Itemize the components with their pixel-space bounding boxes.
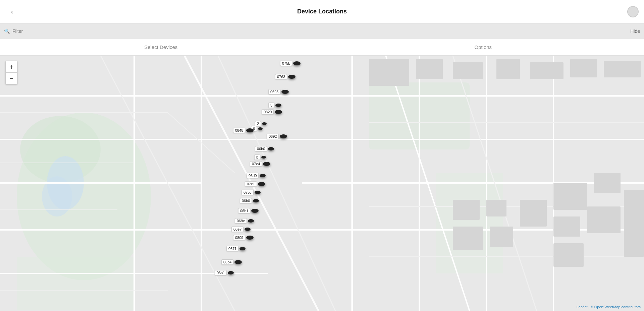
device-dot xyxy=(228,271,234,274)
filter-bar: 🔍 Hide xyxy=(0,23,644,39)
device-marker[interactable]: 2 xyxy=(255,121,267,126)
svg-rect-46 xyxy=(416,59,443,79)
device-marker[interactable]: 075b xyxy=(280,61,301,66)
device-dot xyxy=(258,182,265,186)
device-dot xyxy=(255,191,261,194)
back-button[interactable]: ‹ xyxy=(7,6,17,17)
map-attribution: Leaflet | © OpenStreetMap contributors xyxy=(577,305,641,309)
device-label: 06a1 xyxy=(215,270,227,275)
svg-rect-40 xyxy=(594,173,621,193)
device-marker[interactable]: 0692 xyxy=(267,134,287,139)
device-marker[interactable]: 0829 xyxy=(262,109,282,115)
device-dot xyxy=(263,162,270,166)
device-marker[interactable]: 0848 xyxy=(233,128,254,133)
device-dot xyxy=(258,127,263,130)
device-dot xyxy=(246,236,254,240)
svg-rect-42 xyxy=(587,206,621,233)
device-label: 06b0 xyxy=(240,198,252,203)
device-dot xyxy=(253,199,259,202)
device-label: 06e7 xyxy=(231,227,244,232)
svg-rect-50 xyxy=(570,59,597,77)
device-dot xyxy=(248,219,254,223)
svg-rect-38 xyxy=(520,200,547,227)
device-label: 06d0 xyxy=(247,173,259,178)
svg-rect-49 xyxy=(530,62,564,79)
device-marker[interactable]: 069e xyxy=(235,218,254,224)
device-label: 5 xyxy=(268,103,274,108)
device-label: 0848 xyxy=(233,128,245,133)
device-marker[interactable]: 06d0 xyxy=(247,173,266,178)
device-marker[interactable]: 06b0 xyxy=(255,146,274,151)
svg-rect-36 xyxy=(453,227,483,250)
device-dot xyxy=(275,110,282,114)
osm-link[interactable]: © OpenStreetMap contributors xyxy=(591,305,641,309)
svg-rect-35 xyxy=(486,200,506,216)
device-dot xyxy=(234,260,242,264)
device-marker[interactable]: 0763 xyxy=(275,74,296,79)
device-label: 0763 xyxy=(275,74,287,79)
device-label: 069e xyxy=(235,218,247,224)
hide-button[interactable]: Hide xyxy=(630,28,640,34)
header: ‹ Device Locations xyxy=(0,0,644,23)
svg-rect-34 xyxy=(453,200,480,220)
filter-input[interactable] xyxy=(12,28,640,34)
svg-rect-44 xyxy=(553,243,584,267)
tab-select-devices[interactable]: Select Devices xyxy=(0,39,322,55)
svg-rect-39 xyxy=(553,183,587,210)
map-container[interactable]: + − 075b0763069550829260848069206b0b07e4… xyxy=(0,56,644,311)
device-label: 06b1 xyxy=(238,208,250,213)
device-dot xyxy=(239,247,246,250)
page-title: Device Locations xyxy=(297,8,347,15)
device-marker[interactable]: 075c xyxy=(241,190,261,195)
svg-rect-43 xyxy=(624,190,644,257)
profile-avatar[interactable] xyxy=(627,6,639,17)
device-label: 0809 xyxy=(233,235,245,240)
device-label: 2 xyxy=(255,121,261,126)
zoom-in-button[interactable]: + xyxy=(6,61,17,73)
device-label: 06b0 xyxy=(255,146,267,151)
leaflet-link[interactable]: Leaflet xyxy=(577,305,588,309)
device-dot xyxy=(288,75,296,79)
device-dot xyxy=(268,147,274,150)
tab-options[interactable]: Options xyxy=(322,39,644,55)
svg-rect-48 xyxy=(496,59,520,79)
device-label: 0829 xyxy=(262,109,274,115)
device-label: 07c1 xyxy=(245,181,257,187)
device-label: 06b4 xyxy=(221,259,233,265)
device-label: 075b xyxy=(280,61,292,66)
svg-rect-37 xyxy=(490,227,513,247)
device-marker[interactable]: b xyxy=(254,154,266,160)
device-label: b xyxy=(254,154,260,160)
device-dot xyxy=(280,134,287,138)
device-marker[interactable]: 06a1 xyxy=(215,270,234,275)
zoom-controls: + − xyxy=(5,61,17,84)
device-label: 075c xyxy=(241,190,254,195)
device-label: 0695 xyxy=(268,89,280,95)
back-icon: ‹ xyxy=(11,8,13,15)
device-marker[interactable]: 0695 xyxy=(268,89,289,95)
device-marker[interactable]: 06b4 xyxy=(221,259,242,265)
svg-rect-4 xyxy=(436,173,503,273)
device-marker[interactable]: 07e4 xyxy=(250,161,270,167)
device-dot xyxy=(262,122,267,125)
device-marker[interactable]: 0671 xyxy=(226,246,246,251)
device-dot xyxy=(251,209,259,213)
device-marker[interactable]: 5 xyxy=(268,103,281,108)
zoom-out-button[interactable]: − xyxy=(6,73,17,84)
svg-rect-45 xyxy=(369,59,409,86)
device-marker[interactable]: 06e7 xyxy=(231,227,251,232)
device-dot xyxy=(293,61,301,65)
device-label: 0671 xyxy=(226,246,238,251)
svg-rect-5 xyxy=(17,257,134,310)
device-dot xyxy=(245,228,251,231)
device-marker[interactable]: 07c1 xyxy=(245,181,265,187)
search-icon: 🔍 xyxy=(4,28,10,34)
svg-rect-47 xyxy=(453,62,483,79)
device-dot xyxy=(281,90,289,94)
device-dot xyxy=(261,156,266,159)
device-marker[interactable]: 06b0 xyxy=(240,198,259,203)
device-label: 0692 xyxy=(267,134,279,139)
svg-rect-51 xyxy=(604,61,641,77)
device-marker[interactable]: 0809 xyxy=(233,235,254,240)
device-marker[interactable]: 06b1 xyxy=(238,208,259,213)
